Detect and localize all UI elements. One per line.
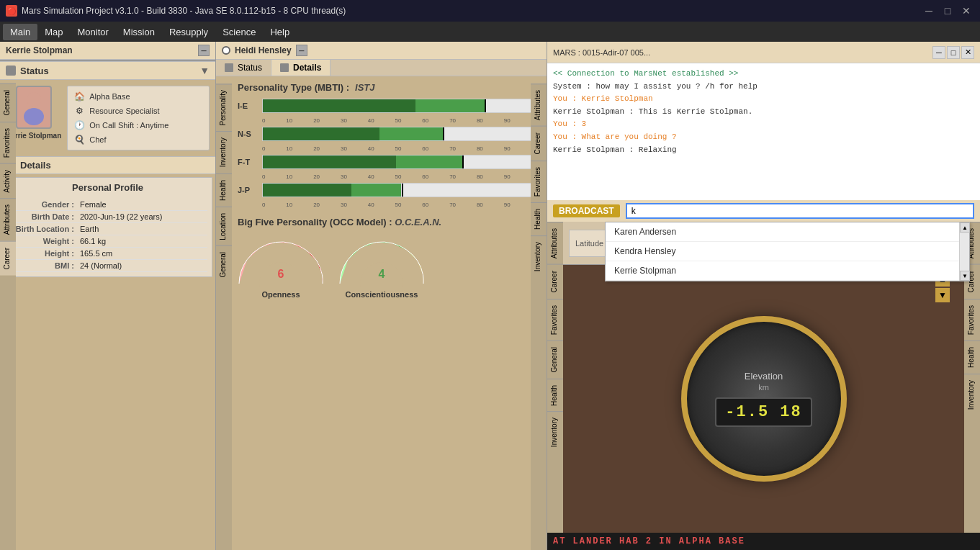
heidi-minimize[interactable]: ─	[296, 45, 307, 56]
close-button[interactable]: ✕	[958, 3, 974, 19]
tab-personality[interactable]: Personality	[216, 84, 232, 131]
profile-row-birthloc: Birth Location : Earth	[8, 223, 207, 235]
broadcast-input[interactable]	[626, 203, 974, 219]
mbti-row-ns: N-S	[238, 127, 541, 141]
dropdown-scroll-down[interactable]: ▼	[960, 271, 970, 281]
mbti-row-ft: F-T	[238, 155, 541, 169]
openness-gauge-svg: 6	[238, 233, 324, 287]
height-label: Height :	[8, 249, 80, 258]
ocean-badge: O.C.E.A.N.	[395, 217, 441, 227]
tab-location-mid[interactable]: Location	[216, 207, 232, 246]
chat-minimize-btn[interactable]: ─	[932, 46, 945, 59]
middle-header: Heidi Hensley ─	[216, 42, 547, 60]
map-tab-career[interactable]: Career	[547, 264, 563, 299]
tab-activity-left[interactable]: Activity	[0, 163, 16, 199]
tab-favorites-mid-right[interactable]: Favorites	[531, 161, 547, 202]
menu-mission[interactable]: Mission	[116, 24, 162, 40]
menu-main[interactable]: Main	[3, 24, 37, 40]
profile-row-weight: Weight : 66.1 kg	[8, 235, 207, 248]
tab-status[interactable]: Status	[216, 60, 271, 76]
svg-point-1	[24, 108, 44, 125]
mbti-bar-ie	[262, 99, 541, 113]
details-panel-header: Details	[0, 156, 215, 174]
dropdown-scroll-up[interactable]: ▲	[960, 222, 970, 233]
tab-general-left[interactable]: General	[0, 84, 16, 122]
chat-line-1: System : how may I assist you ? /h for h…	[553, 81, 974, 94]
profile-row-bmi: BMI : 24 (Normal)	[8, 260, 207, 272]
gauge-down-btn[interactable]: ▼	[935, 288, 950, 302]
status-items: 🏠 Alpha Base ⚙ Resource Specialist 🕐 On …	[67, 86, 210, 150]
tab-attributes-mid-right[interactable]: Attributes	[531, 84, 547, 126]
mbti-bar-ns	[262, 127, 541, 141]
birthloc-value: Earth	[80, 225, 99, 233]
app-icon: 🔴	[6, 5, 17, 17]
bmi-value: 24 (Normal)	[80, 261, 122, 270]
map-tab-attributes[interactable]: Attributes	[547, 222, 563, 264]
person-window: Kerrie Stolpman ─	[0, 42, 215, 61]
tab-health-mid-right[interactable]: Health	[531, 202, 547, 235]
chat-line-3: Kerrie Stolpman : This is Kerrie Stolpma…	[553, 106, 974, 119]
mbti-row-jp: J-P	[238, 183, 541, 197]
birthloc-label: Birth Location :	[8, 225, 80, 233]
mbti-label-jp: J-P	[238, 186, 259, 194]
tab-inventory-mid[interactable]: Inventory	[216, 131, 232, 173]
map-right-tab-inventory[interactable]: Inventory	[964, 374, 980, 415]
menu-map[interactable]: Map	[37, 24, 70, 40]
title-bar: 🔴 Mars Simulation Project v3.1.0 - Build…	[0, 0, 980, 22]
menu-resupply[interactable]: Resupply	[162, 24, 215, 40]
tab-details[interactable]: Details	[271, 60, 331, 76]
tab-general-mid[interactable]: General	[216, 245, 232, 284]
title-bar-controls: ─ □ ✕	[921, 3, 974, 19]
tab-attributes-left[interactable]: Attributes	[0, 198, 16, 240]
heidi-window-title: Heidi Hensley	[235, 45, 292, 55]
tab-inventory-mid-right[interactable]: Inventory	[531, 235, 547, 277]
shift-icon: 🕐	[73, 120, 85, 131]
map-tab-inventory[interactable]: Inventory	[547, 411, 563, 453]
chat-window-controls: ─ □ ✕	[932, 46, 974, 59]
chat-line-4: You : 3	[553, 118, 974, 131]
chat-window: MARS : 0015-Adir-07 005... ─ □ ✕ << Conn…	[547, 42, 980, 200]
map-tab-general[interactable]: General	[547, 341, 563, 379]
gauge-openness: 6 Openness	[238, 233, 324, 299]
minimize-button[interactable]: ─	[921, 3, 937, 19]
mbti-label-ft: F-T	[238, 158, 259, 166]
map-right-tab-favorites[interactable]: Favorites	[964, 299, 980, 341]
status-item-skill: 🍳 Chef	[71, 132, 206, 147]
map-tab-favorites[interactable]: Favorites	[547, 299, 563, 341]
heidi-radio[interactable]	[222, 46, 230, 55]
tab-career-mid-right[interactable]: Career	[531, 126, 547, 161]
dropdown-item-kerrie[interactable]: Kerrie Stolpman	[606, 261, 969, 281]
map-right-tab-health[interactable]: Health	[964, 341, 980, 374]
chat-close-btn[interactable]: ✕	[961, 46, 974, 59]
tab-health-mid[interactable]: Health	[216, 173, 232, 207]
menu-help[interactable]: Help	[263, 24, 297, 40]
dropdown-item-kendra[interactable]: Kendra Hensley	[606, 242, 969, 261]
person-window-header: Kerrie Stolpman ─	[0, 42, 215, 60]
status-icon	[6, 66, 16, 76]
avatar	[16, 86, 52, 129]
tab-career-left[interactable]: Career	[0, 241, 16, 276]
map-tab-health[interactable]: Health	[547, 379, 563, 412]
status-item-role: ⚙ Resource Specialist	[71, 104, 206, 118]
mbti-label-ie: I-E	[238, 102, 259, 110]
menu-monitor[interactable]: Monitor	[70, 24, 115, 40]
gender-value: Female	[80, 200, 107, 209]
elevation-value: -1.5 18	[715, 397, 812, 427]
collapse-btn[interactable]: ─	[198, 45, 210, 56]
status-item-base: 🏠 Alpha Base	[71, 89, 206, 104]
tab-favorites-left[interactable]: Favorites	[0, 122, 16, 163]
role-icon: ⚙	[73, 105, 85, 117]
menu-science[interactable]: Science	[215, 24, 263, 40]
dropdown-item-karen[interactable]: Karen Andersen	[606, 222, 969, 242]
svg-text:4: 4	[379, 268, 385, 280]
mbti-chart: I-E 0102030405060708090100	[238, 99, 541, 208]
status-collapse-arrow[interactable]: ▼	[199, 65, 210, 76]
left-side-tabs: General Favorites Activity Attributes Ca…	[0, 84, 16, 550]
mbti-type: ISTJ	[355, 82, 374, 93]
chat-window-header: MARS : 0015-Adir-07 005... ─ □ ✕	[547, 42, 980, 63]
details-tab-icon	[280, 63, 289, 72]
chat-maximize-btn[interactable]: □	[947, 46, 960, 59]
personal-profile: Personal Profile Gender : Female Birth D…	[3, 177, 212, 277]
birthdate-value: 2020-Jun-19 (22 years)	[80, 212, 162, 221]
maximize-button[interactable]: □	[940, 3, 956, 19]
